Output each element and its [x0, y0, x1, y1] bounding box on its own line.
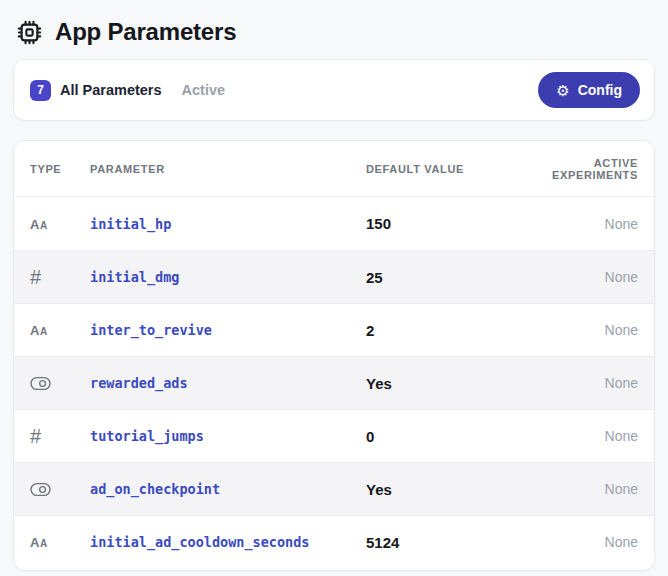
parameters-table: Type Parameter Default Value Active Expe… — [13, 140, 655, 571]
parameter-count-badge: 7 — [30, 80, 51, 101]
number-type-icon: # — [30, 425, 41, 447]
toolbar: 7 All Parameters Active ⚙︎ Config — [13, 59, 655, 121]
table-row: # initial_dmg 25 None — [14, 250, 654, 303]
gear-icon: ⚙︎ — [556, 83, 569, 98]
active-experiments-value: None — [508, 269, 638, 285]
table-row: ad_on_checkpoint Yes None — [14, 462, 654, 515]
active-experiments-value: None — [508, 481, 638, 497]
page-header: App Parameters — [0, 0, 668, 46]
parameter-link[interactable]: rewarded_ads — [90, 375, 188, 391]
table-row: rewarded_ads Yes None — [14, 356, 654, 409]
active-experiments-value: None — [508, 322, 638, 338]
column-header-parameter: Parameter — [90, 163, 366, 175]
active-experiments-value: None — [508, 534, 638, 550]
parameter-link[interactable]: ad_on_checkpoint — [90, 481, 220, 497]
table-row: AA initial_ad_cooldown_seconds 5124 None — [14, 515, 654, 568]
table-row: # tutorial_jumps 0 None — [14, 409, 654, 462]
default-value: 2 — [366, 322, 508, 339]
default-value: 25 — [366, 269, 508, 286]
config-button[interactable]: ⚙︎ Config — [538, 72, 640, 108]
default-value: Yes — [366, 375, 508, 392]
text-type-icon: AA — [30, 533, 48, 550]
config-button-label: Config — [578, 82, 622, 98]
boolean-type-icon — [30, 376, 51, 391]
column-header-default-value: Default Value — [366, 163, 508, 175]
number-type-icon: # — [30, 266, 41, 288]
table-row: AA initial_hp 150 None — [14, 197, 654, 250]
table-body: AA initial_hp 150 None # initial_dmg 25 … — [14, 197, 654, 568]
table-header-row: Type Parameter Default Value Active Expe… — [14, 141, 654, 197]
default-value: 5124 — [366, 534, 508, 551]
page-title: App Parameters — [55, 18, 236, 46]
default-value: Yes — [366, 481, 508, 498]
column-header-active-experiments: Active Experiments — [508, 157, 638, 181]
parameter-link[interactable]: tutorial_jumps — [90, 428, 204, 444]
default-value: 150 — [366, 215, 508, 232]
text-type-icon: AA — [30, 321, 48, 338]
parameter-link[interactable]: inter_to_revive — [90, 322, 212, 338]
active-experiments-value: None — [508, 216, 638, 232]
cpu-chip-icon — [16, 19, 43, 46]
table-row: AA inter_to_revive 2 None — [14, 303, 654, 356]
tab-active[interactable]: Active — [182, 82, 226, 98]
active-experiments-value: None — [508, 428, 638, 444]
active-experiments-value: None — [508, 375, 638, 391]
parameter-link[interactable]: initial_hp — [90, 216, 171, 232]
default-value: 0 — [366, 428, 508, 445]
parameter-link[interactable]: initial_dmg — [90, 269, 179, 285]
tab-all-parameters[interactable]: All Parameters — [60, 82, 162, 98]
parameter-link[interactable]: initial_ad_cooldown_seconds — [90, 534, 309, 550]
text-type-icon: AA — [30, 215, 48, 232]
boolean-type-icon — [30, 482, 51, 497]
column-header-type: Type — [30, 163, 90, 175]
